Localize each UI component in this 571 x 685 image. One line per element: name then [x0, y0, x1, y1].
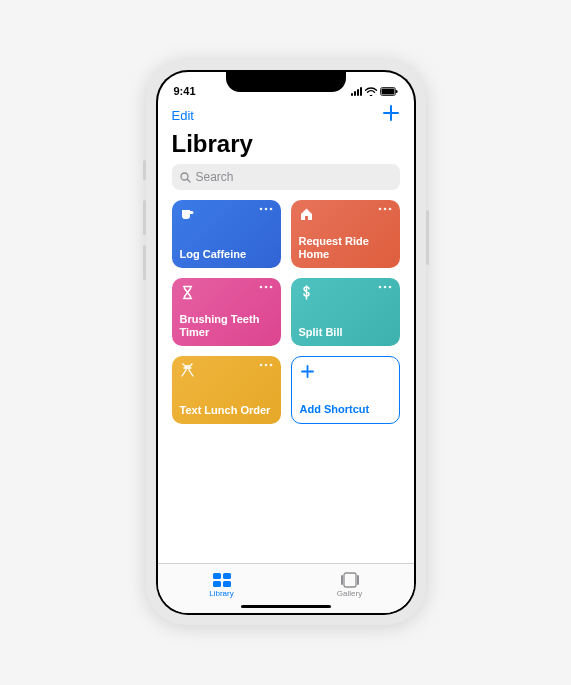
plus-icon [300, 364, 315, 379]
card-title: Request Ride Home [299, 235, 392, 261]
home-indicator[interactable] [241, 605, 331, 608]
battery-icon [380, 87, 398, 96]
phone-bezel: 9:41 Edit Library [156, 70, 416, 615]
page-title: Library [172, 130, 400, 158]
shortcut-card-split-bill[interactable]: Split Bill [291, 278, 400, 346]
shortcut-card-text-lunch[interactable]: Text Lunch Order [172, 356, 281, 424]
ellipsis-icon [259, 363, 273, 367]
plus-icon [382, 104, 400, 122]
ellipsis-icon [259, 207, 273, 211]
library-tab-icon [212, 572, 232, 588]
svg-point-17 [264, 364, 267, 367]
svg-rect-1 [381, 88, 394, 94]
search-placeholder: Search [196, 170, 234, 184]
dollar-icon [299, 285, 314, 300]
add-shortcut-card[interactable]: Add Shortcut [291, 356, 400, 424]
screen: 9:41 Edit Library [158, 72, 414, 613]
svg-point-5 [264, 208, 267, 211]
home-icon [299, 207, 314, 222]
svg-rect-19 [213, 573, 221, 579]
card-title: Split Bill [299, 326, 392, 339]
cellular-signal-icon [351, 87, 362, 96]
add-button[interactable] [382, 104, 400, 126]
svg-point-4 [259, 208, 262, 211]
svg-rect-20 [223, 573, 231, 579]
hourglass-icon [180, 285, 195, 300]
svg-rect-24 [341, 575, 343, 585]
search-input[interactable]: Search [172, 164, 400, 190]
svg-point-7 [378, 208, 381, 211]
svg-point-11 [264, 286, 267, 289]
nav-bar: Edit [158, 102, 414, 128]
shortcut-card-request-ride[interactable]: Request Ride Home [291, 200, 400, 268]
cup-icon [180, 207, 195, 222]
ellipsis-icon [378, 207, 392, 211]
shortcut-card-brushing-timer[interactable]: Brushing Teeth Timer [172, 278, 281, 346]
svg-point-8 [383, 208, 386, 211]
tab-gallery[interactable]: Gallery [286, 572, 414, 598]
tab-label: Gallery [337, 589, 362, 598]
ellipsis-icon [259, 285, 273, 289]
svg-rect-22 [223, 581, 231, 587]
more-button[interactable] [378, 207, 392, 211]
wifi-icon [365, 87, 377, 96]
svg-point-13 [378, 286, 381, 289]
svg-rect-25 [357, 575, 359, 585]
phone-frame: 9:41 Edit Library [146, 60, 426, 625]
display-notch [226, 70, 346, 92]
card-title: Add Shortcut [300, 403, 391, 416]
svg-point-6 [269, 208, 272, 211]
volume-up-button [143, 200, 146, 235]
svg-point-15 [388, 286, 391, 289]
tab-label: Library [209, 589, 233, 598]
side-button [426, 210, 429, 265]
shortcut-card-log-caffeine[interactable]: Log Caffeine [172, 200, 281, 268]
more-button[interactable] [259, 207, 273, 211]
edit-button[interactable]: Edit [172, 108, 194, 123]
mute-switch [143, 160, 146, 180]
more-button[interactable] [259, 285, 273, 289]
status-indicators [351, 87, 398, 96]
svg-rect-2 [396, 90, 398, 93]
more-button[interactable] [259, 363, 273, 367]
spacer [158, 424, 414, 563]
tab-library[interactable]: Library [158, 572, 286, 598]
svg-point-10 [259, 286, 262, 289]
more-button[interactable] [378, 285, 392, 289]
ellipsis-icon [378, 285, 392, 289]
card-title: Brushing Teeth Timer [180, 313, 273, 339]
svg-rect-23 [344, 573, 356, 587]
svg-point-9 [388, 208, 391, 211]
svg-point-12 [269, 286, 272, 289]
volume-down-button [143, 245, 146, 280]
utensils-icon [180, 363, 195, 378]
status-time: 9:41 [174, 85, 196, 97]
svg-point-14 [383, 286, 386, 289]
card-title: Log Caffeine [180, 248, 273, 261]
svg-point-18 [269, 364, 272, 367]
card-title: Text Lunch Order [180, 404, 273, 417]
gallery-tab-icon [340, 572, 360, 588]
title-row: Library [158, 128, 414, 164]
svg-rect-21 [213, 581, 221, 587]
shortcuts-grid: Log Caffeine Request Ride Home [158, 200, 414, 424]
svg-point-16 [259, 364, 262, 367]
search-icon [180, 172, 191, 183]
